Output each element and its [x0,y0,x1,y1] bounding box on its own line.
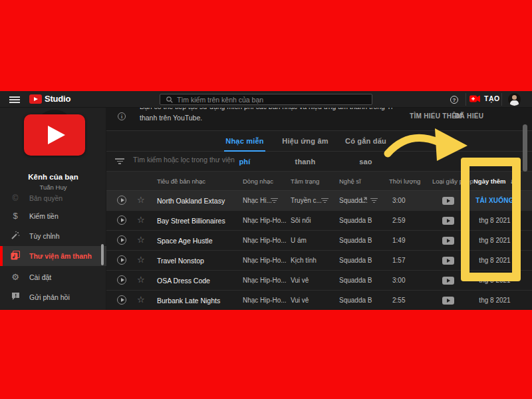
header-title[interactable]: Tiêu đề bản nhạc [157,178,205,185]
track-artist: Squadda B [339,237,372,244]
track-title: Burbank Late Nights [157,297,220,305]
create-label: TẠO [484,94,500,102]
track-title: Travel Nonstop [157,257,204,265]
track-title: Space Age Hustle [157,237,212,245]
youtube-license-icon[interactable] [442,277,454,285]
banner-text: thanh trên YouTube. [140,114,202,122]
play-button[interactable] [117,196,126,205]
star-icon[interactable]: ☆ [137,295,145,305]
copyright-icon: © [10,193,21,203]
sidebar-item-settings[interactable]: ⚙ Cài đặt [0,267,106,287]
channel-title: Kênh của bạn [0,173,106,181]
track-genre: Nhạc Hip-Ho... [243,297,287,304]
date-added: thg 8 2021 [468,297,521,304]
track-duration: 1:57 [392,257,405,264]
track-genre: Nhạc Hip-Ho... [243,277,287,284]
track-title: OSA Dress Code [157,277,210,285]
dismiss-button[interactable]: ĐÃ HIỂU [451,110,487,122]
track-artist: Squadda B [339,257,372,264]
annotation-arrow-icon [372,123,472,166]
tab-sound-effects[interactable]: Hiệu ứng âm thanh [278,131,332,152]
track-title: Bay Street Billionaires [157,217,225,225]
topbar: Studio ? TẠO [0,91,532,108]
header-mood[interactable]: Tâm trạng [291,178,319,185]
track-duration: 2:55 [392,297,405,304]
annotation-box [461,158,521,281]
track-duration: 3:00 [392,197,405,204]
star-icon[interactable]: ☆ [137,235,145,245]
account-avatar[interactable] [508,93,521,106]
sidebar-item-monetization[interactable]: $ Kiếm tiền [0,206,106,226]
star-icon[interactable]: ☆ [137,275,145,285]
create-button[interactable]: TẠO [469,94,500,102]
header-genre[interactable]: Dòng nhạc [243,178,273,185]
feedback-icon [10,292,21,303]
youtube-license-icon[interactable] [442,237,454,245]
header-duration[interactable]: Thời lượng [389,178,420,185]
topbar-divider [501,93,502,106]
track-mood: Kịch tính [291,257,317,264]
star-icon[interactable]: ☆ [137,215,145,225]
genre-filter-icon[interactable] [271,198,279,203]
studio-brand-label: Studio [45,94,70,104]
youtube-license-icon[interactable] [442,197,454,205]
track-duration: 3:00 [392,277,405,284]
tab-free-music[interactable]: Nhạc miễn phí [224,131,265,152]
dollar-icon: $ [10,211,21,221]
track-mood: Vui vẻ [291,277,309,284]
table-row[interactable]: ☆ Burbank Late Nights Nhạc Hip-Ho... Vui… [106,291,532,310]
track-genre: Nhạc Hip-Ho... [243,237,287,244]
sidebar-item-customization[interactable]: Tùy chỉnh [0,226,106,246]
star-icon[interactable]: ☆ [137,195,145,205]
audio-library-icon [10,251,21,261]
sidebar-item-audio-library[interactable]: Thư viện âm thanh [0,246,106,266]
track-artist: Squadda B [339,277,372,284]
header-artist[interactable]: Nghệ sĩ [339,178,361,185]
external-link-icon[interactable] [361,197,367,204]
content-scrollbar-thumb[interactable] [523,124,527,172]
sidebar-item-feedback[interactable]: Gửi phản hồi [0,287,106,307]
info-icon: i [118,112,126,120]
search-input[interactable] [177,96,372,104]
play-button[interactable] [117,255,126,265]
play-button[interactable] [117,275,126,285]
sidebar-item-copyright[interactable]: © Bản quyền [0,188,106,208]
sidebar: Kênh của bạn Tuấn Huy © Bản quyền $ Kiếm… [0,108,106,310]
track-genre: Nhạc Hi... [243,197,272,204]
sidebar-scrollbar-thumb[interactable] [101,244,104,265]
track-mood: Vui vẻ [291,297,309,304]
track-duration: 2:59 [392,217,405,224]
topbar-divider [466,93,466,106]
star-icon[interactable]: ☆ [137,255,145,265]
track-genre: Nhạc Hip-Ho... [243,217,287,224]
track-title: North Oakland Extasy [157,197,225,205]
play-button[interactable] [117,295,126,305]
banner-text-clipped: Bạn có thể tiếp tục sử dụng miễn phí các… [140,108,392,111]
topbar-search[interactable] [160,94,372,105]
track-genre: Nhạc Hip-Ho... [243,257,287,264]
play-button[interactable] [117,235,126,245]
track-duration: 1:49 [392,237,405,244]
video-camera-icon [469,95,480,102]
youtube-license-icon[interactable] [442,217,454,225]
track-mood: U ám [291,237,307,244]
hamburger-menu-icon[interactable] [9,96,20,103]
help-icon[interactable]: ? [450,96,458,104]
track-mood: Sôi nổi [291,217,311,224]
youtube-license-icon[interactable] [442,257,454,265]
track-artist: Squadda B [339,217,372,224]
filter-icon [115,158,125,164]
youtube-license-icon[interactable] [442,297,454,305]
library-filter-input[interactable] [133,156,399,164]
artist-filter-icon[interactable] [370,198,378,203]
track-mood: Truyền c... [291,197,322,204]
channel-play-logo[interactable] [24,114,85,156]
play-button[interactable] [117,215,126,225]
red-frame-background: Studio ? TẠO Kênh của [0,0,532,399]
search-icon [166,96,173,103]
youtube-logo-icon[interactable] [29,94,42,104]
magic-wand-icon [10,231,21,241]
mood-filter-icon[interactable] [321,198,329,203]
gear-icon: ⚙ [10,272,21,283]
track-artist: Squadda B [339,297,372,304]
